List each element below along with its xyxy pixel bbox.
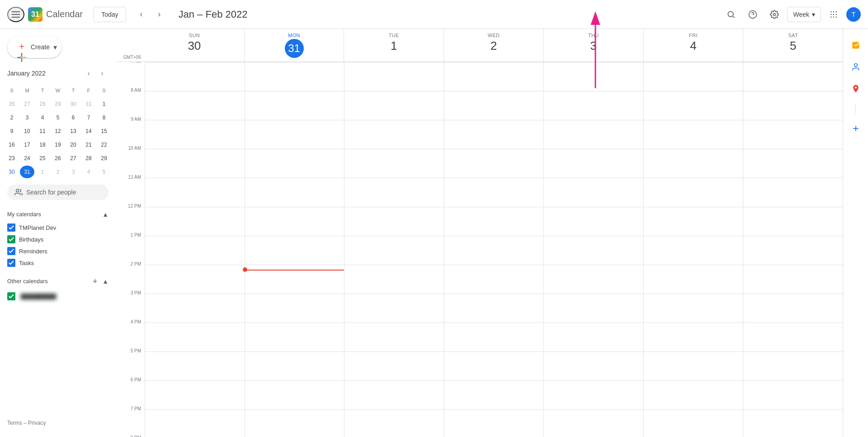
mini-cal-day[interactable]: 6 [66, 111, 80, 124]
add-side-button[interactable] [847, 119, 865, 138]
other-calendars-header[interactable]: Other calendars + ▲ [7, 272, 108, 290]
prev-period-button[interactable]: ‹ [133, 6, 150, 23]
mini-cal-day[interactable]: 4 [81, 166, 96, 178]
mini-cal-header: January 2022 ‹ › [4, 65, 112, 81]
mini-cal-day[interactable]: 28 [81, 152, 96, 165]
mini-cal-day[interactable]: 7 [81, 111, 96, 124]
mini-cal-day[interactable]: 25 [35, 152, 50, 165]
mini-cal-day-header: T [66, 84, 80, 97]
day-header[interactable]: SAT5 [743, 29, 843, 62]
apps-button[interactable] [825, 5, 843, 24]
hour-line [444, 178, 544, 178]
day-column[interactable] [743, 62, 843, 437]
mini-cal-day[interactable]: 13 [66, 125, 80, 138]
mini-cal-day[interactable]: 5 [51, 111, 65, 124]
contacts-panel-button[interactable] [847, 58, 865, 76]
mini-cal-day[interactable]: 15 [97, 125, 111, 138]
mini-cal-day[interactable]: 1 [35, 166, 50, 178]
calendar-checkbox[interactable] [7, 247, 15, 255]
mini-cal-day[interactable]: 22 [97, 138, 111, 151]
mini-cal-day[interactable]: 3 [66, 166, 80, 178]
mini-cal-day[interactable]: 12 [51, 125, 65, 138]
search-people-field[interactable]: Search for people [7, 185, 108, 200]
mini-cal-day[interactable]: 19 [51, 138, 65, 151]
mini-cal-day[interactable]: 14 [81, 125, 96, 138]
calendar-checkbox[interactable] [7, 235, 15, 243]
user-avatar[interactable]: T [846, 7, 861, 22]
mini-cal-day[interactable]: 8 [97, 111, 111, 124]
day-header[interactable]: WED2 [443, 29, 543, 62]
mini-cal-day[interactable]: 2 [51, 166, 65, 178]
settings-button[interactable] [765, 5, 783, 24]
day-column[interactable] [245, 62, 344, 437]
mini-cal-day[interactable]: 5 [97, 166, 111, 178]
day-column[interactable] [344, 62, 444, 437]
other-calendars-chevron-icon: ▲ [102, 278, 108, 285]
mini-cal-day[interactable]: 23 [5, 152, 19, 165]
mini-cal-day[interactable]: 20 [66, 138, 80, 151]
mini-cal-day[interactable]: 4 [35, 111, 50, 124]
mini-cal-day[interactable]: 16 [5, 138, 19, 151]
day-header[interactable]: FRI4 [643, 29, 743, 62]
calendar-checkbox[interactable] [7, 259, 15, 267]
create-button[interactable]: Create ▾ [7, 36, 61, 58]
calendar-body[interactable]: 7 AM8 AM9 AM10 AM11 AM12 PM1 PM2 PM3 PM4… [116, 62, 843, 437]
add-icon [851, 124, 860, 133]
mini-cal-day[interactable]: 3 [20, 111, 34, 124]
mini-cal-day[interactable]: 1 [97, 98, 111, 110]
view-selector[interactable]: Week ▾ [787, 7, 821, 22]
my-calendar-item[interactable]: Reminders [7, 245, 108, 257]
day-header[interactable]: SUN30 [145, 29, 244, 62]
mini-cal-next[interactable]: › [96, 67, 108, 80]
day-column[interactable] [444, 62, 544, 437]
mini-cal-day[interactable]: 29 [97, 152, 111, 165]
tasks-panel-button[interactable] [847, 36, 865, 54]
day-column[interactable] [145, 62, 245, 437]
mini-cal-day[interactable]: 9 [5, 125, 19, 138]
help-button[interactable] [744, 5, 762, 24]
hamburger-menu[interactable] [7, 7, 24, 22]
mini-cal-day[interactable]: 29 [51, 98, 65, 110]
calendar-checkbox[interactable] [7, 223, 15, 232]
mini-cal-day[interactable]: 11 [35, 125, 50, 138]
mini-cal-day[interactable]: 10 [20, 125, 34, 138]
search-button[interactable] [722, 5, 740, 24]
mini-cal-day[interactable]: 27 [20, 98, 34, 110]
mini-cal-day[interactable]: 18 [35, 138, 50, 151]
privacy-link[interactable]: Privacy [28, 420, 46, 426]
my-calendar-item[interactable]: Tasks [7, 257, 108, 269]
mini-cal-day[interactable]: 31 [81, 98, 96, 110]
svg-point-6 [833, 11, 835, 12]
day-header[interactable]: TUE1 [344, 29, 443, 62]
day-header[interactable]: THU3 [543, 29, 643, 62]
mini-cal-day[interactable]: 21 [81, 138, 96, 151]
mini-cal-day[interactable]: 30 [5, 166, 19, 178]
mini-cal-day[interactable]: 24 [20, 152, 34, 165]
terms-link[interactable]: Terms [7, 420, 22, 426]
mini-cal-day[interactable]: 28 [35, 98, 50, 110]
hour-line [344, 120, 444, 120]
day-column[interactable] [643, 62, 743, 437]
mini-cal-day[interactable]: 17 [20, 138, 34, 151]
my-calendar-item[interactable]: TMPlanet Dev [7, 222, 108, 233]
other-calendar-item[interactable]: ██████████ [7, 290, 108, 302]
maps-panel-button[interactable] [847, 80, 865, 98]
day-header[interactable]: MON31 [244, 29, 344, 62]
mini-cal-day[interactable]: 31 [20, 166, 34, 178]
mini-cal-day[interactable]: 26 [51, 152, 65, 165]
add-other-cal-button[interactable]: + [90, 276, 100, 287]
my-calendars-header[interactable]: My calendars ▲ [7, 207, 108, 222]
mini-cal-day[interactable]: 27 [66, 152, 80, 165]
day-column[interactable] [543, 62, 643, 437]
calendar-checkbox[interactable] [7, 292, 15, 300]
mini-cal-prev[interactable]: ‹ [82, 67, 95, 80]
hour-line [145, 409, 245, 410]
mini-cal-day[interactable]: 26 [5, 98, 19, 110]
today-button[interactable]: Today [94, 7, 126, 22]
next-period-button[interactable]: › [151, 6, 168, 23]
mini-cal-day[interactable]: 30 [66, 98, 80, 110]
mini-cal-day-header: M [20, 84, 34, 97]
mini-cal-day[interactable]: 2 [5, 111, 19, 124]
my-calendar-item[interactable]: Birthdays [7, 233, 108, 245]
calendar-label: ██████████ [19, 293, 58, 299]
